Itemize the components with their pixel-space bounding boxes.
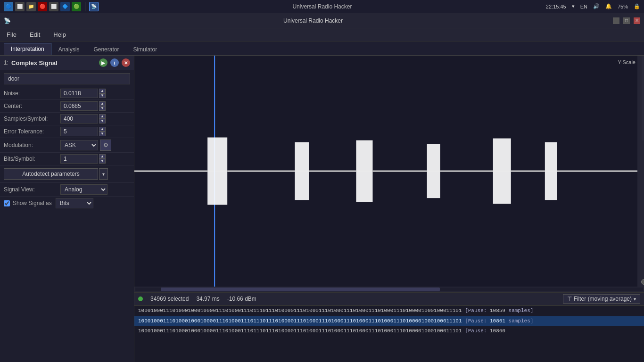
autodetect-arrow-button[interactable]: ▾: [99, 168, 108, 180]
modulation-row: Modulation: ASK FSK PSK ⚙: [0, 138, 134, 153]
left-panel: 1: Complex Signal ▶ i ✕ Noise: ▲ ▼ Cente…: [0, 56, 134, 362]
show-signal-select[interactable]: Bits Hex ASCII: [56, 198, 93, 208]
taskbar-icon-1[interactable]: 🔵: [4, 2, 13, 11]
power-display: -10.66 dBm: [227, 296, 256, 302]
error-spin: ▲ ▼: [99, 127, 106, 136]
output-pause-suffix-1: samples]: [509, 308, 534, 313]
tabbar: Interpretation Analysis Generator Simula…: [0, 41, 644, 56]
noise-down[interactable]: ▼: [99, 93, 106, 98]
output-pause-label-3: [Pause:: [465, 328, 490, 334]
error-row: Error Tolerance: ▲ ▼: [0, 125, 134, 138]
tab-interpretation[interactable]: Interpretation: [4, 43, 51, 55]
samples-down[interactable]: ▼: [99, 119, 106, 123]
error-input[interactable]: [60, 127, 98, 136]
center-up[interactable]: ▲: [99, 101, 106, 106]
show-signal-row: Show Signal as Bits Hex ASCII: [0, 197, 134, 210]
vertical-scrollbar[interactable]: [637, 56, 644, 287]
menu-help[interactable]: Help: [50, 30, 69, 39]
taskbar-icon-7[interactable]: 🟢: [72, 2, 81, 11]
show-signal-label: Show Signal as: [13, 200, 52, 206]
error-label: Error Tolerance:: [4, 128, 60, 135]
taskbar-icon-4[interactable]: 🔴: [38, 2, 47, 11]
center-down[interactable]: ▼: [99, 106, 106, 111]
taskbar-time: 22:15:45: [546, 4, 566, 9]
minimize-button[interactable]: —: [613, 17, 619, 24]
output-bits-1: 1000100011101000100010000111010001110111…: [138, 308, 462, 313]
output-line-3[interactable]: 1000100011101000100010000111010001110111…: [134, 326, 644, 337]
svg-rect-10: [427, 144, 440, 198]
h-scroll-thumb[interactable]: [161, 288, 440, 291]
titlebar-controls: — □ ✕: [613, 17, 640, 24]
taskbar-system: 22:15:45 ▾ EN 🔊 🔔 75% 🔒: [546, 3, 640, 9]
remove-button[interactable]: ✕: [122, 58, 130, 67]
autodetect-button[interactable]: Autodetect parameters: [4, 168, 98, 180]
output-pause-label-1: [Pause:: [465, 308, 490, 313]
error-up[interactable]: ▲: [99, 127, 106, 132]
taskbar-lock-icon[interactable]: 🔒: [634, 3, 640, 9]
signal-view-area[interactable]: Y-Scale: [134, 56, 644, 287]
bits-symbol-down[interactable]: ▼: [99, 159, 106, 164]
tab-simulator[interactable]: Simulator: [126, 43, 164, 55]
output-panel: 1000100011101000100010000111010001110111…: [134, 305, 644, 362]
output-pause-value-3: 10860: [490, 328, 505, 334]
menu-file[interactable]: File: [4, 30, 19, 39]
taskbar-audio-icon[interactable]: 🔊: [593, 3, 600, 9]
main-layout: 1: Complex Signal ▶ i ✕ Noise: ▲ ▼ Cente…: [0, 56, 644, 362]
modulation-settings-button[interactable]: ⚙: [100, 140, 111, 151]
info-button[interactable]: i: [110, 58, 119, 67]
bits-symbol-up[interactable]: ▲: [99, 154, 106, 159]
svg-rect-6: [295, 142, 309, 200]
svg-rect-14: [545, 142, 557, 200]
noise-up[interactable]: ▲: [99, 89, 106, 93]
signal-name-input[interactable]: [4, 73, 130, 84]
titlebar-icon: 📡: [4, 17, 13, 24]
signal-header: 1: Complex Signal ▶ i ✕: [0, 56, 134, 70]
menu-edit[interactable]: Edit: [27, 30, 43, 39]
taskbar-icon-5[interactable]: ⬜: [49, 2, 58, 11]
samples-label: Samples/Symbol:: [4, 115, 60, 122]
bits-symbol-input-wrapper: ▲ ▼: [60, 154, 130, 164]
maximize-button[interactable]: □: [623, 17, 630, 24]
samples-input[interactable]: [60, 114, 98, 123]
samples-up[interactable]: ▲: [99, 114, 106, 119]
scroll-thumb[interactable]: [641, 279, 644, 285]
signal-view-row: Signal View: Analog Demodulated: [0, 183, 134, 197]
autodetect-wrapper: Autodetect parameters ▾: [4, 168, 130, 180]
noise-input[interactable]: [60, 89, 98, 98]
signal-number: 1:: [4, 59, 8, 66]
filter-button[interactable]: ⊤ Filter (moving average) ▾: [563, 294, 640, 304]
close-button[interactable]: ✕: [634, 17, 640, 24]
horizontal-scrollbar[interactable]: [134, 287, 644, 292]
taskbar-icon-3[interactable]: 📁: [26, 2, 36, 11]
noise-row: Noise: ▲ ▼: [0, 87, 134, 100]
taskbar-icon-2[interactable]: ⬜: [15, 2, 25, 11]
output-line-2[interactable]: 1000100011101000100010000111010001110111…: [134, 316, 644, 327]
output-bits-2: 1000100011101000100010000111010001110111…: [138, 318, 462, 324]
tab-analysis[interactable]: Analysis: [51, 43, 87, 55]
output-pause-value-1: 10859: [490, 308, 505, 313]
bits-symbol-input[interactable]: [60, 154, 98, 164]
h-scroll-track: [135, 288, 643, 291]
svg-rect-3: [207, 138, 227, 205]
signal-title: Complex Signal: [11, 59, 96, 66]
modulation-select[interactable]: ASK FSK PSK: [60, 140, 98, 150]
taskbar-icon-urh[interactable]: 📡: [89, 2, 99, 11]
taskbar-notify-icon[interactable]: 🔔: [605, 3, 612, 9]
signal-view-select[interactable]: Analog Demodulated: [60, 184, 107, 195]
tab-generator[interactable]: Generator: [86, 43, 126, 55]
time-display: 34.97 ms: [196, 296, 219, 302]
output-line-1[interactable]: 1000100011101000100010000111010001110111…: [134, 306, 644, 316]
svg-rect-8: [356, 140, 372, 202]
bits-symbol-label: Bits/Symbol:: [4, 156, 60, 162]
output-pause-suffix-2: samples]: [509, 318, 534, 324]
taskbar-icon-6[interactable]: 🔷: [60, 2, 70, 11]
error-down[interactable]: ▼: [99, 132, 106, 136]
taskbar: 🔵 ⬜ 📁 🔴 ⬜ 🔷 🟢 📡 Universal Radio Hacker 2…: [0, 0, 644, 13]
show-signal-checkbox[interactable]: [4, 200, 10, 206]
output-bits-3: 1000100011101000100010000111010001110111…: [138, 328, 462, 334]
output-pause-value-2: 10861: [490, 318, 505, 324]
center-input[interactable]: [60, 101, 98, 111]
status-indicator: [138, 296, 143, 301]
play-button[interactable]: ▶: [99, 58, 107, 67]
taskbar-dropdown-icon[interactable]: ▾: [572, 3, 575, 9]
